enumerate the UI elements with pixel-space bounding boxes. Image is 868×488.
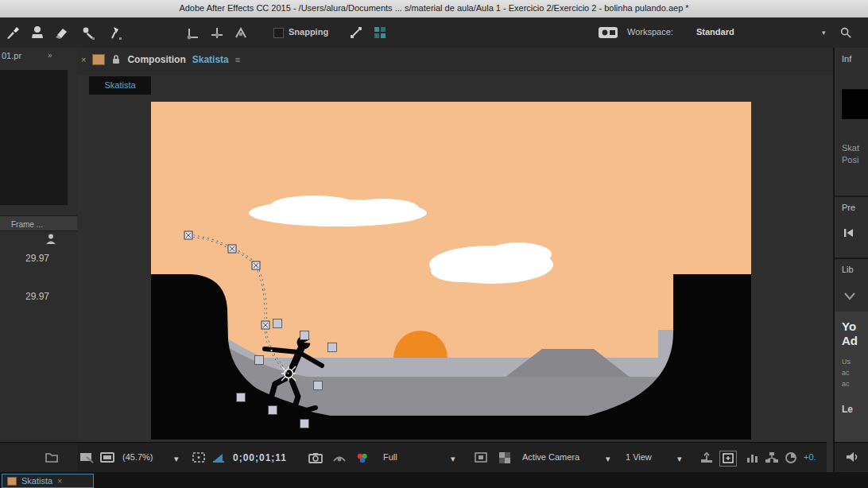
panel-overflow-icon[interactable]: »: [48, 51, 52, 60]
search-icon[interactable]: [839, 25, 852, 41]
puppet-pin-tool-icon[interactable]: [107, 25, 124, 41]
flowchart-icon[interactable]: [764, 451, 780, 465]
brush-tool-icon[interactable]: [5, 25, 22, 41]
safe-margins-icon[interactable]: [719, 451, 737, 467]
speaker-icon[interactable]: [844, 450, 860, 464]
region-of-interest-icon[interactable]: [191, 451, 207, 465]
first-frame-icon[interactable]: [843, 227, 855, 238]
world-axis-mode-icon[interactable]: [208, 25, 226, 41]
snap-options-icon[interactable]: [347, 25, 365, 41]
project-preview-thumbnail: [0, 70, 68, 205]
learn-more-link[interactable]: Le: [842, 404, 853, 415]
promo-small-text: ac: [842, 369, 850, 377]
eraser-tool-icon[interactable]: [52, 25, 70, 41]
snapping-label: Snapping: [289, 27, 328, 37]
after-effects-window: Adobe After Effects CC 2015 - /Users/alu…: [0, 0, 868, 488]
resolution-dropdown-icon[interactable]: ▾: [451, 454, 455, 464]
workspace-switcher-icon[interactable]: [598, 25, 618, 41]
timeline-tab-label: Skatista: [21, 476, 52, 486]
timeline-tab-skatista[interactable]: Skatista ×: [2, 474, 94, 488]
info-color-swatch: [842, 89, 868, 119]
snap-grid-icon[interactable]: [371, 25, 389, 41]
snapping-checkbox[interactable]: [273, 28, 284, 38]
panel-close-icon[interactable]: ×: [81, 55, 86, 64]
share-view-icon[interactable]: [699, 451, 715, 465]
promo-small-text: Us: [842, 358, 851, 366]
screen-mode-icon[interactable]: [99, 451, 115, 465]
clone-stamp-tool-icon[interactable]: [29, 25, 46, 41]
person-icon: [44, 232, 58, 246]
tool-bar: Snapping Workspace: Standard ▾: [0, 17, 868, 49]
current-time-display[interactable]: 0;00;01;11: [233, 452, 287, 463]
project-panel: 01.pr » Frame ... 29.97 29.97: [0, 48, 79, 442]
frame-rate-value[interactable]: 29.97: [2, 291, 49, 302]
promo-small-text: ac: [842, 380, 850, 388]
info-layer-name: Skat: [842, 143, 859, 153]
viewer-tab-label: Skatista: [104, 80, 135, 90]
window-title: Adobe After Effects CC 2015 - /Users/alu…: [179, 3, 688, 13]
show-snapshot-icon[interactable]: [331, 451, 347, 465]
frame-rate-value[interactable]: 29.97: [2, 253, 49, 264]
local-axis-mode-icon[interactable]: [184, 25, 202, 41]
compare-view-icon[interactable]: [79, 451, 95, 465]
composition-viewport[interactable]: [151, 102, 751, 440]
timeline-tab-strip: Skatista ×: [0, 472, 868, 488]
promo-text: Yo: [842, 320, 856, 333]
right-panel-footer: [833, 442, 868, 473]
promo-text: Ad: [842, 334, 858, 347]
libraries-menu-icon[interactable]: [844, 290, 855, 300]
workspace-value[interactable]: Standard: [696, 27, 734, 37]
project-panel-tab[interactable]: 01.pr: [2, 51, 21, 60]
region-icon[interactable]: [473, 451, 489, 465]
project-column-header[interactable]: Frame ...: [0, 215, 77, 231]
exposure-icon[interactable]: [783, 451, 799, 465]
preview-panel-label[interactable]: Pre: [842, 203, 855, 212]
project-panel-footer: [0, 442, 77, 473]
viewer-toolbar: (45.7%) ▾ 0;00;01;11 Full ▾ Active Camer…: [77, 442, 827, 473]
camera-view-value[interactable]: Active Camera: [522, 452, 579, 462]
roto-brush-tool-icon[interactable]: [79, 25, 97, 41]
transparency-grid-icon[interactable]: [497, 451, 513, 465]
magnification-dropdown-icon[interactable]: ▾: [174, 454, 179, 464]
camera-dropdown-icon[interactable]: ▾: [606, 454, 610, 464]
panel-divider: [835, 196, 868, 197]
lock-icon[interactable]: [111, 54, 121, 65]
panel-title[interactable]: Composition: [127, 54, 185, 65]
scene-svg: [151, 102, 751, 440]
channel-rgb-icon[interactable]: [355, 451, 370, 465]
libraries-promo-section: Yo Ad Us ac ac Le: [835, 312, 868, 442]
frame-rate-column-label: Frame ...: [11, 218, 43, 232]
view-layout-value[interactable]: 1 View: [626, 452, 652, 462]
grid-guides-icon[interactable]: [211, 451, 227, 465]
workspace-dropdown-icon[interactable]: ▾: [822, 29, 826, 37]
viewer-tab-skatista[interactable]: Skatista: [89, 76, 151, 95]
window-title-bar: Adobe After Effects CC 2015 - /Users/alu…: [0, 0, 868, 18]
resolution-value[interactable]: Full: [383, 452, 397, 462]
panel-divider: [835, 258, 868, 259]
exposure-value[interactable]: +0.: [804, 452, 816, 462]
view-layout-dropdown-icon[interactable]: ▾: [677, 454, 682, 464]
workspace-label: Workspace:: [627, 27, 673, 37]
new-folder-icon[interactable]: [45, 451, 59, 463]
info-panel-label[interactable]: Inf: [842, 54, 851, 64]
composition-panel: × Composition Skatista ≡ Skatista: [77, 48, 833, 442]
libraries-panel-label[interactable]: Lib: [842, 265, 854, 274]
panel-icon: [7, 477, 17, 486]
magnification-value[interactable]: (45.7%): [122, 452, 153, 462]
panel-icon: [92, 54, 105, 65]
view-axis-mode-icon[interactable]: [232, 25, 250, 41]
right-panel-stack: Inf Skat Posi Pre Lib Yo Ad Us ac ac Le: [833, 48, 868, 442]
tab-close-icon[interactable]: ×: [57, 477, 62, 486]
composition-panel-header: × Composition Skatista ≡: [77, 48, 833, 75]
info-property-name: Posi: [842, 155, 858, 165]
composition-name[interactable]: Skatista: [192, 54, 229, 65]
ground-shadow: [151, 416, 751, 440]
take-snapshot-icon[interactable]: [308, 451, 324, 465]
histogram-icon[interactable]: [745, 451, 761, 465]
panel-menu-icon[interactable]: ≡: [235, 55, 240, 64]
